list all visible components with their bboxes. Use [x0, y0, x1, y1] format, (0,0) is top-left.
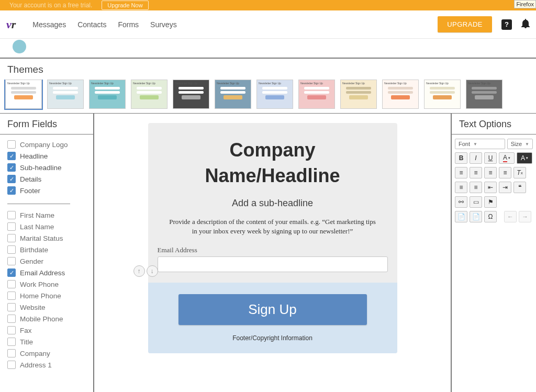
field-row[interactable]: Footer [7, 185, 86, 196]
field-row[interactable]: Headline [7, 150, 86, 162]
clear-format-button[interactable]: Tx [513, 167, 526, 178]
checkbox-icon[interactable] [7, 268, 16, 277]
field-row[interactable]: Mobile Phone [7, 313, 86, 324]
theme-thumb-3[interactable]: Newsletter Sign Up [131, 80, 168, 109]
nav-messages[interactable]: Messages [32, 20, 66, 29]
align-justify-button[interactable]: ≡ [499, 167, 511, 178]
theme-thumb-10[interactable]: Newsletter Sign Up [424, 80, 461, 109]
theme-thumb-2[interactable]: Newsletter Sign Up [89, 80, 126, 109]
blockquote-button[interactable]: ❝ [513, 182, 526, 193]
form-details[interactable]: Provide a description of the content of … [158, 217, 388, 245]
checkbox-icon[interactable] [7, 163, 16, 172]
theme-thumb-6[interactable]: Newsletter Sign Up [256, 80, 293, 109]
link-button[interactable]: ⚯ [455, 196, 467, 208]
themes-header: Themes [0, 59, 536, 80]
field-row[interactable]: Address 1 [7, 359, 86, 371]
checkbox-icon[interactable] [7, 349, 16, 357]
bold-button[interactable]: B [455, 152, 467, 164]
outdent-button[interactable]: ⇤ [484, 182, 497, 193]
field-label: Sub-headline [20, 164, 62, 172]
form-fields-header: Form Fields [0, 114, 93, 135]
checkbox-icon[interactable] [7, 361, 16, 369]
checkbox-icon[interactable] [7, 257, 16, 265]
form-headline[interactable]: Company Name/Headline [158, 133, 388, 196]
nav-forms[interactable]: Forms [118, 20, 139, 29]
checkbox-icon[interactable] [7, 326, 16, 334]
checkbox-icon[interactable] [7, 140, 16, 149]
nav-contacts[interactable]: Contacts [77, 20, 106, 29]
underline-button[interactable]: U [484, 152, 497, 164]
form-footer[interactable]: Footer/Copyright Information [178, 325, 367, 343]
bgcolor-button[interactable]: A▾ [517, 152, 532, 164]
theme-thumb-8[interactable]: Newsletter Sign Up [340, 80, 377, 109]
font-select[interactable]: Font▼ [455, 139, 505, 149]
field-row[interactable]: Home Phone [7, 290, 86, 301]
field-row[interactable]: Last Name [7, 221, 86, 232]
image-button[interactable]: ▭ [470, 196, 482, 208]
checkbox-icon[interactable] [7, 186, 16, 195]
checkbox-icon[interactable] [7, 152, 16, 160]
redo-button[interactable]: → [519, 211, 531, 222]
upgrade-button[interactable]: UPGRADE [438, 16, 492, 32]
italic-button[interactable]: I [470, 152, 482, 164]
field-label: Address 1 [20, 361, 52, 369]
field-row[interactable]: Email Address [7, 267, 86, 278]
field-row[interactable]: Company Logo [7, 139, 86, 150]
checkbox-icon[interactable] [7, 175, 16, 183]
textcolor-button[interactable]: A▾ [499, 152, 515, 164]
checkbox-icon[interactable] [7, 245, 16, 254]
theme-thumb-11[interactable]: Newsletter Sign Up [466, 80, 502, 109]
align-right-button[interactable]: ≡ [484, 167, 497, 178]
checkbox-icon[interactable] [7, 292, 16, 300]
checkbox-icon[interactable] [7, 303, 16, 311]
field-row[interactable]: Fax [7, 324, 86, 336]
field-row[interactable]: Details [7, 173, 86, 185]
signup-button[interactable]: Sign Up [178, 294, 367, 325]
help-icon[interactable]: ? [501, 19, 512, 30]
field-row[interactable]: Sub-headline [7, 162, 86, 173]
field-row[interactable]: Birthdate [7, 244, 86, 255]
theme-thumb-5[interactable]: Newsletter Sign Up [215, 80, 251, 109]
field-row[interactable]: Gender [7, 255, 86, 267]
checkbox-icon[interactable] [7, 211, 16, 219]
field-row[interactable]: Marital Status [7, 232, 86, 244]
field-row[interactable]: Website [7, 301, 86, 313]
undo-button[interactable]: ← [504, 211, 517, 222]
field-label: Marital Status [20, 234, 63, 242]
field-label: Details [20, 175, 41, 183]
theme-thumb-0[interactable]: Newsletter Sign Up [5, 80, 42, 109]
trial-upgrade-button[interactable]: Upgrade Now [102, 1, 148, 10]
anchor-button[interactable]: ⚑ [484, 196, 497, 208]
checkbox-icon[interactable] [7, 315, 16, 323]
form-subheadline[interactable]: Add a sub-headline [158, 196, 388, 217]
align-left-button[interactable]: ≡ [455, 167, 467, 178]
paste-button[interactable]: 📄 [455, 211, 467, 222]
ordered-list-button[interactable]: ≡ [455, 182, 467, 193]
unordered-list-button[interactable]: ≡ [470, 182, 482, 193]
field-row[interactable]: Company [7, 348, 86, 359]
theme-thumb-4[interactable]: Newsletter Sign Up [173, 80, 209, 109]
theme-thumb-1[interactable]: Newsletter Sign Up [47, 80, 84, 109]
align-center-button[interactable]: ≡ [470, 167, 482, 178]
move-down-handle[interactable]: ↓ [147, 265, 158, 277]
paste-word-button[interactable]: 📄 [470, 211, 482, 222]
checkbox-icon[interactable] [7, 338, 16, 346]
subheader-area [0, 39, 536, 58]
checkbox-icon[interactable] [7, 222, 16, 231]
field-row[interactable]: First Name [7, 209, 86, 221]
field-row[interactable]: Work Phone [7, 278, 86, 290]
move-up-handle[interactable]: ↑ [133, 265, 145, 277]
checkbox-icon[interactable] [7, 234, 16, 242]
trial-text: Your account is on a free trial. [9, 2, 92, 9]
theme-thumb-7[interactable]: Newsletter Sign Up [298, 80, 335, 109]
checkbox-icon[interactable] [7, 280, 16, 288]
indent-button[interactable]: ⇥ [499, 182, 511, 193]
nav-surveys[interactable]: Surveys [150, 20, 177, 29]
email-input[interactable] [158, 256, 388, 272]
field-row[interactable]: Title [7, 336, 86, 348]
size-select[interactable]: Size▼ [507, 139, 533, 149]
special-char-button[interactable]: Ω [484, 211, 497, 222]
bell-icon[interactable] [521, 19, 530, 30]
brand-logo[interactable]: vr [6, 18, 21, 31]
theme-thumb-9[interactable]: Newsletter Sign Up [382, 80, 419, 109]
